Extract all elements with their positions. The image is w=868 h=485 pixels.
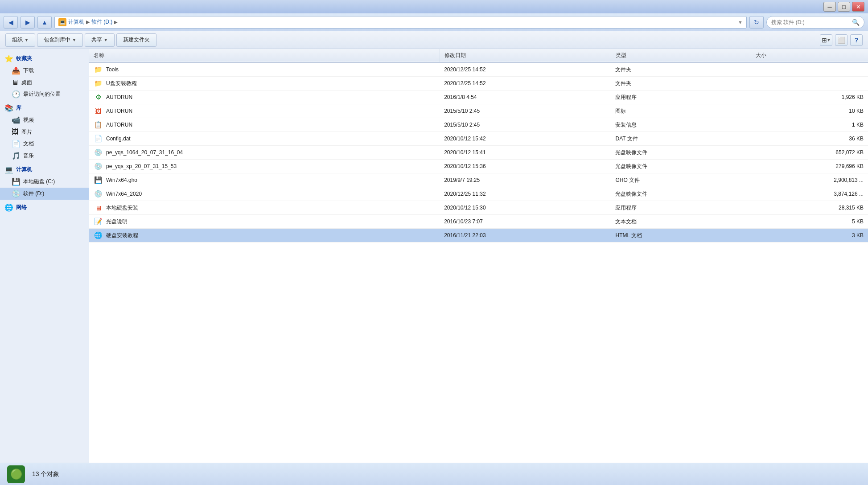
file-modified: 2020/12/25 14:52 (440, 62, 611, 77)
table-row[interactable]: 💾 Win7x64.gho 2019/9/7 19:25 GHO 文件 2,90… (89, 173, 868, 187)
file-size: 3 KB (751, 229, 868, 242)
sidebar-item-desktop[interactable]: 🖥 桌面 (0, 77, 89, 88)
sidebar-header-network[interactable]: 🌐 网络 (0, 201, 89, 214)
breadcrumb: 💻 计算机 ▶ 软件 (D:) ▶ ▼ (54, 16, 747, 29)
breadcrumb-end-arrow: ▼ (738, 20, 743, 25)
file-name-cell: 💿 Win7x64_2020 (89, 187, 440, 201)
table-row[interactable]: 📁 Tools 2020/12/25 14:52 文件夹 (89, 62, 868, 77)
recent-label: 最近访问的位置 (23, 90, 61, 98)
file-type: 光盘映像文件 (611, 146, 751, 160)
table-row[interactable]: 💿 pe_yqs_1064_20_07_31_16_04 2020/10/12 … (89, 146, 868, 160)
table-row[interactable]: 🖥 本地硬盘安装 2020/10/12 15:30 应用程序 28,315 KB (89, 201, 868, 215)
file-type: 应用程序 (611, 201, 751, 215)
file-type: 文件夹 (611, 77, 751, 90)
file-icon: ⚙ (94, 93, 103, 102)
file-modified: 2016/11/21 22:03 (440, 229, 611, 242)
preview-pane-button[interactable]: ⬜ (835, 34, 847, 46)
c-drive-icon: 💾 (12, 177, 21, 186)
forward-button[interactable]: ▶ (21, 16, 35, 29)
include-library-button[interactable]: 包含到库中 ▼ (37, 33, 83, 47)
new-folder-label: 新建文件夹 (123, 36, 150, 44)
file-icon: 💿 (94, 189, 103, 198)
table-row[interactable]: 📁 U盘安装教程 2020/12/25 14:52 文件夹 (89, 77, 868, 90)
file-icon: 💿 (94, 148, 103, 157)
desktop-label: 桌面 (21, 79, 32, 86)
file-modified: 2020/12/25 11:32 (440, 187, 611, 201)
maximize-button[interactable]: □ (838, 2, 850, 12)
table-row[interactable]: 🌐 硬盘安装教程 2016/11/21 22:03 HTML 文档 3 KB (89, 229, 868, 242)
file-size: 36 KB (751, 132, 868, 146)
breadcrumb-computer[interactable]: 计算机 (68, 18, 84, 26)
search-icon[interactable]: 🔍 (852, 19, 860, 26)
organize-button[interactable]: 组织 ▼ (5, 33, 35, 47)
sidebar-item-c-drive[interactable]: 💾 本地磁盘 (C:) (0, 176, 89, 188)
d-drive-icon: 💿 (12, 189, 21, 198)
file-name-cell: 🌐 硬盘安装教程 (89, 229, 440, 242)
favorites-label: 收藏夹 (16, 55, 32, 62)
file-type: GHO 文件 (611, 173, 751, 187)
documents-label: 文档 (23, 140, 34, 148)
computer-icon: 💻 (4, 165, 13, 174)
sidebar-header-computer[interactable]: 💻 计算机 (0, 164, 89, 176)
back-button[interactable]: ◀ (4, 16, 18, 29)
sidebar-item-download[interactable]: 📥 下载 (0, 65, 89, 77)
file-name: pe_yqs_xp_20_07_31_15_53 (106, 163, 177, 169)
file-type: HTML 文档 (611, 229, 751, 242)
file-name: Win7x64_2020 (106, 191, 142, 197)
include-library-label: 包含到库中 (44, 36, 70, 44)
col-name[interactable]: 名称 (89, 49, 440, 62)
breadcrumb-computer-icon: 💻 (58, 18, 66, 26)
table-row[interactable]: 🖼 AUTORUN 2015/5/10 2:45 图标 10 KB (89, 104, 868, 118)
file-modified: 2020/10/12 15:41 (440, 146, 611, 160)
share-button[interactable]: 共享 ▼ (85, 33, 115, 47)
help-button[interactable]: ? (850, 34, 863, 46)
file-modified: 2019/9/7 19:25 (440, 173, 611, 187)
download-label: 下载 (23, 67, 34, 74)
file-size: 5 KB (751, 215, 868, 229)
file-icon: 🌐 (94, 231, 103, 240)
sidebar-item-pictures[interactable]: 🖼 图片 (0, 126, 89, 138)
close-button[interactable]: ✕ (852, 2, 864, 12)
table-row[interactable]: 📄 Config.dat 2020/10/12 15:42 DAT 文件 36 … (89, 132, 868, 146)
file-size: 279,696 KB (751, 160, 868, 173)
file-icon: 📁 (94, 79, 103, 88)
search-input[interactable] (771, 19, 849, 25)
sidebar-item-music[interactable]: 🎵 音乐 (0, 150, 89, 162)
sidebar-item-d-drive[interactable]: 💿 软件 (D:) (0, 188, 89, 200)
col-size[interactable]: 大小 (751, 49, 868, 62)
new-folder-button[interactable]: 新建文件夹 (116, 33, 156, 47)
file-size: 652,072 KB (751, 146, 868, 160)
sidebar-header-library[interactable]: 📚 库 (0, 102, 89, 114)
c-drive-label: 本地磁盘 (C:) (23, 178, 55, 185)
network-label: 网络 (16, 204, 27, 211)
table-row[interactable]: 📋 AUTORUN 2015/5/10 2:45 安装信息 1 KB (89, 118, 868, 132)
sidebar-item-video[interactable]: 📹 视频 (0, 114, 89, 126)
file-name: AUTORUN (106, 94, 132, 100)
file-name-cell: ⚙ AUTORUN (89, 90, 440, 104)
sidebar-item-documents[interactable]: 📄 文档 (0, 138, 89, 150)
breadcrumb-drive[interactable]: 软件 (D:) (91, 18, 112, 26)
video-label: 视频 (23, 116, 34, 124)
file-type: 应用程序 (611, 90, 751, 104)
file-name: 本地硬盘安装 (106, 204, 138, 212)
col-type[interactable]: 类型 (611, 49, 751, 62)
sidebar-header-favorites[interactable]: ⭐ 收藏夹 (0, 53, 89, 65)
view-options-button[interactable]: ⊞ ▼ (820, 34, 832, 46)
sidebar-item-recent[interactable]: 🕐 最近访问的位置 (0, 88, 89, 100)
minimize-button[interactable]: ─ (823, 2, 836, 12)
breadcrumb-dropdown[interactable]: ▶ (114, 20, 118, 25)
table-row[interactable]: 💿 Win7x64_2020 2020/12/25 11:32 光盘映像文件 3… (89, 187, 868, 201)
file-name-cell: 🖥 本地硬盘安装 (89, 201, 440, 215)
file-modified: 2016/10/23 7:07 (440, 215, 611, 229)
col-modified[interactable]: 修改日期 (440, 49, 611, 62)
file-modified: 2020/10/12 15:36 (440, 160, 611, 173)
file-type: DAT 文件 (611, 132, 751, 146)
refresh-button[interactable]: ↻ (749, 16, 764, 29)
file-modified: 2020/10/12 15:30 (440, 201, 611, 215)
up-button[interactable]: ▲ (37, 16, 52, 29)
table-row[interactable]: ⚙ AUTORUN 2016/1/8 4:54 应用程序 1,926 KB (89, 90, 868, 104)
sidebar-section-network: 🌐 网络 (0, 201, 89, 214)
table-row[interactable]: 💿 pe_yqs_xp_20_07_31_15_53 2020/10/12 15… (89, 160, 868, 173)
file-icon: 🖼 (94, 107, 103, 115)
table-row[interactable]: 📝 光盘说明 2016/10/23 7:07 文本文档 5 KB (89, 215, 868, 229)
